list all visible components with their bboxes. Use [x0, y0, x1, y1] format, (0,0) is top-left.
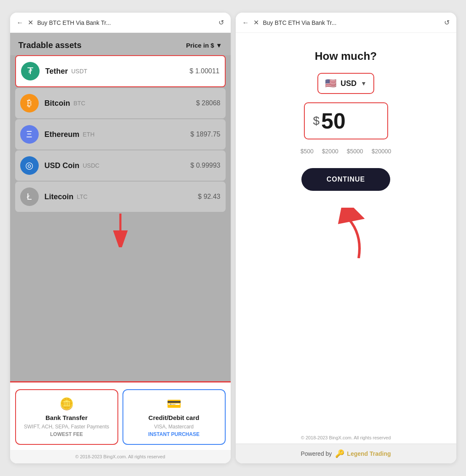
right-browser-bar: ← ✕ Buy BTC ETH Via Bank Tr... ↺ [236, 13, 456, 33]
quick-amounts: $500 $2000 $5000 $20000 [301, 148, 391, 155]
tether-symbol: USDT [71, 68, 87, 75]
assets-header: Tradable assets Price in $ ▼ [10, 33, 231, 55]
ethereum-info: Ethereum ETH [45, 130, 191, 139]
how-much-title: How much? [315, 50, 377, 63]
bitcoin-price: $ 28068 [196, 99, 221, 107]
payment-methods-section: 🪙 Bank Transfer SWIFT, ACH, SEPA, Faster… [10, 381, 231, 450]
usdc-icon: ◎ [20, 156, 39, 175]
dollar-sign: $ [313, 114, 320, 128]
credit-card-sub: VISA, Mastercard [154, 424, 194, 430]
quick-amount-2000[interactable]: $2000 [322, 148, 338, 155]
usdc-name: USD Coin [45, 161, 80, 170]
asset-item-bitcoin[interactable]: ₿ Bitcoin BTC $ 28068 [15, 88, 226, 118]
right-footer-container: © 2018-2023 BingX.com. All rights reserv… [236, 432, 456, 463]
right-panel: ← ✕ Buy BTC ETH Via Bank Tr... ↺ How muc… [236, 13, 456, 463]
left-panel: ← ✕ Buy BTC ETH Via Bank Tr... ↺ Tradabl… [10, 13, 231, 463]
tether-info: Tether USDT [45, 67, 190, 76]
left-browser-bar: ← ✕ Buy BTC ETH Via Bank Tr... ↺ [10, 13, 231, 33]
right-powered-by: Powered by 🔑 Legend Trading [236, 444, 456, 463]
right-content: How much? 🇺🇸 USD ▼ $ 50 $500 $2000 $5000… [236, 33, 456, 432]
asset-item-litecoin[interactable]: Ł Litecoin LTC $ 92.43 [15, 182, 226, 212]
payment-credit-card[interactable]: 💳 Credit/Debit card VISA, Mastercard INS… [122, 389, 226, 445]
legend-brand: Legend Trading [347, 450, 391, 457]
bitcoin-name: Bitcoin [45, 99, 70, 108]
currency-code: USD [341, 79, 357, 88]
litecoin-symbol: LTC [77, 193, 88, 200]
credit-card-badge: INSTANT PURCHASE [148, 431, 200, 437]
price-in-selector[interactable]: Price in $ ▼ [186, 42, 222, 49]
assets-title: Tradable assets [19, 40, 82, 50]
bitcoin-symbol: BTC [74, 100, 85, 107]
asset-item-usdc[interactable]: ◎ USD Coin USDC $ 0.99993 [15, 150, 226, 181]
right-close-button[interactable]: ✕ [253, 19, 259, 27]
asset-item-tether[interactable]: ₮ Tether USDT $ 1.00011 [15, 55, 226, 87]
continue-button[interactable]: CONTINUE [301, 168, 391, 191]
ethereum-icon: Ξ [20, 125, 39, 144]
bitcoin-icon: ₿ [20, 94, 39, 112]
quick-amount-20000[interactable]: $20000 [372, 148, 391, 155]
litecoin-icon: Ł [20, 187, 39, 206]
payment-methods-container: 🪙 Bank Transfer SWIFT, ACH, SEPA, Faster… [15, 389, 226, 445]
right-reload-button[interactable]: ↺ [444, 19, 450, 27]
ethereum-price: $ 1897.75 [190, 131, 220, 138]
up-arrow-annotation [248, 208, 444, 258]
usdc-info: USD Coin USDC [45, 161, 191, 170]
credit-card-icon: 💳 [167, 397, 181, 411]
quick-amount-500[interactable]: $500 [301, 148, 314, 155]
bitcoin-info: Bitcoin BTC [45, 99, 196, 108]
currency-selector[interactable]: 🇺🇸 USD ▼ [317, 73, 374, 94]
asset-list: ₮ Tether USDT $ 1.00011 ₿ Bitcoin BTC $ … [10, 55, 231, 381]
quick-amount-5000[interactable]: $5000 [347, 148, 363, 155]
bank-transfer-icon: 🪙 [59, 397, 74, 411]
right-back-button[interactable]: ← [242, 19, 249, 27]
litecoin-info: Litecoin LTC [45, 193, 198, 201]
bank-transfer-name: Bank Transfer [45, 414, 88, 421]
left-content: Tradable assets Price in $ ▼ ₮ Tether US… [10, 33, 231, 450]
bank-transfer-badge: LOWEST FEE [50, 431, 83, 437]
amount-value: 50 [321, 108, 346, 134]
litecoin-name: Litecoin [45, 193, 74, 201]
left-back-button[interactable]: ← [17, 19, 24, 27]
left-page-title: Buy BTC ETH Via Bank Tr... [37, 19, 214, 26]
asset-item-ethereum[interactable]: Ξ Ethereum ETH $ 1897.75 [15, 119, 226, 150]
down-arrow-annotation [15, 214, 226, 247]
right-copyright: © 2018-2023 BingX.com. All rights reserv… [236, 432, 456, 444]
usdc-symbol: USDC [83, 162, 100, 169]
tether-price: $ 1.00011 [189, 67, 219, 75]
key-icon: 🔑 [335, 449, 344, 458]
bank-transfer-sub: SWIFT, ACH, SEPA, Faster Payments [24, 424, 109, 430]
usdc-price: $ 0.99993 [190, 162, 220, 169]
ethereum-symbol: ETH [83, 131, 95, 138]
left-close-button[interactable]: ✕ [28, 19, 33, 27]
left-footer: © 2018-2023 BingX.com. All rights reserv… [10, 450, 231, 463]
payment-bank-transfer[interactable]: 🪙 Bank Transfer SWIFT, ACH, SEPA, Faster… [15, 389, 118, 445]
left-copyright: © 2018-2023 BingX.com. All rights reserv… [75, 454, 165, 459]
litecoin-price: $ 92.43 [198, 193, 220, 201]
legend-trading-logo: 🔑 Legend Trading [335, 449, 391, 458]
tether-icon: ₮ [21, 62, 40, 80]
right-page-title: Buy BTC ETH Via Bank Tr... [263, 19, 440, 26]
powered-by-label: Powered by [301, 450, 332, 457]
currency-flag: 🇺🇸 [325, 78, 336, 89]
ethereum-name: Ethereum [45, 130, 80, 139]
credit-card-name: Credit/Debit card [149, 414, 200, 421]
tether-name: Tether [45, 67, 68, 76]
price-in-label: Price in $ [186, 42, 214, 49]
currency-dropdown-icon: ▼ [361, 80, 367, 87]
price-in-dropdown-icon: ▼ [216, 42, 222, 49]
amount-input-box[interactable]: $ 50 [304, 102, 388, 139]
left-reload-button[interactable]: ↺ [218, 19, 224, 27]
